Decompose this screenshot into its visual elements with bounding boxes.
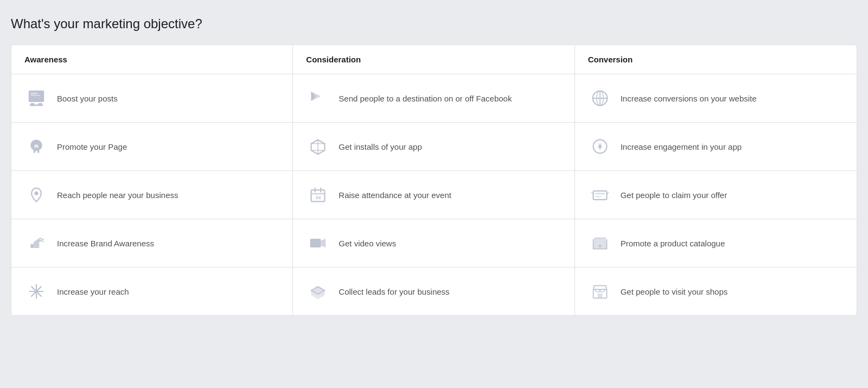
svg-rect-22 [595,196,601,198]
increase-conversions-icon [588,86,612,110]
svg-rect-3 [30,105,43,106]
increase-reach-cell[interactable]: Increase your reach [11,268,293,315]
svg-rect-5 [30,95,40,96]
table-row: Increase Brand Awareness Get video views [11,219,857,268]
objective-table: Awareness Consideration Conversion Boost [11,44,857,316]
table-row: Reach people near your business 34 Raise… [11,171,857,219]
svg-rect-24 [310,239,321,247]
collect-leads-icon [306,279,330,303]
collect-leads-cell[interactable]: Collect leads for your business [293,268,575,315]
reach-near-cell[interactable]: Reach people near your business [11,171,293,219]
promote-page-label: Promote your Page [57,141,127,152]
header-conversion: Conversion [575,45,857,74]
video-views-cell[interactable]: Get video views [293,219,575,267]
get-installs-label: Get installs of your app [339,141,422,152]
svg-rect-20 [593,191,607,200]
boost-your-posts-cell[interactable]: Boost your posts [11,74,293,122]
boost-your-posts-label: Boost your posts [57,93,118,104]
increase-reach-label: Increase your reach [57,286,129,297]
promote-page-cell[interactable]: Promote your Page [11,123,293,170]
brand-awareness-icon [24,231,48,255]
video-views-label: Get video views [339,238,396,249]
get-installs-cell[interactable]: Get installs of your app [293,123,575,170]
page-title: What's your marketing objective? [11,16,857,31]
product-catalogue-icon [588,231,612,255]
brand-awareness-label: Increase Brand Awareness [57,238,154,249]
raise-attendance-icon: 34 [306,183,330,207]
svg-rect-0 [29,91,44,102]
header-consideration: Consideration [293,45,575,74]
increase-conversions-cell[interactable]: Increase conversions on your website [575,74,857,122]
svg-rect-4 [30,93,37,94]
promote-page-icon [24,135,48,158]
visit-shops-label: Get people to visit your shops [621,286,728,297]
video-views-icon [306,231,330,255]
svg-point-27 [598,245,601,247]
visit-shops-icon [588,279,612,303]
send-people-cell[interactable]: Send people to a destination on or off F… [293,74,575,122]
increase-conversions-label: Increase conversions on your website [621,93,757,104]
engagement-app-icon [588,135,612,158]
send-people-label: Send people to a destination on or off F… [339,93,512,104]
table-row: Boost your posts Send people to a destin… [11,74,857,123]
svg-point-32 [35,290,37,292]
raise-attendance-label: Raise attendance at your event [339,189,451,201]
table-header: Awareness Consideration Conversion [11,45,857,74]
svg-point-14 [34,192,38,195]
table-row: Promote your Page Get installs of your a… [11,123,857,171]
product-catalogue-label: Promote a product catalogue [621,238,725,249]
header-awareness: Awareness [11,45,293,74]
raise-attendance-cell[interactable]: 34 Raise attendance at your event [293,171,575,219]
table-body: Boost your posts Send people to a destin… [11,74,857,315]
visit-shops-cell[interactable]: Get people to visit your shops [575,268,857,315]
svg-marker-25 [321,239,326,247]
engagement-app-label: Increase engagement in your app [621,141,742,152]
svg-rect-21 [595,193,605,194]
boost-posts-icon [24,86,48,110]
claim-offer-label: Get people to claim your offer [621,189,727,201]
reach-near-icon [24,183,48,207]
claim-offer-cell[interactable]: Get people to claim your offer [575,171,857,219]
product-catalogue-cell[interactable]: Promote a product catalogue [575,219,857,267]
increase-reach-icon [24,279,48,303]
reach-near-label: Reach people near your business [57,189,178,201]
svg-marker-7 [311,92,321,101]
svg-rect-37 [597,294,602,298]
svg-point-23 [39,238,41,241]
svg-text:34: 34 [316,195,321,200]
send-people-icon [306,86,330,110]
collect-leads-label: Collect leads for your business [339,286,449,297]
claim-offer-icon [588,183,612,207]
brand-awareness-cell[interactable]: Increase Brand Awareness [11,219,293,267]
get-installs-icon [306,135,330,158]
table-row: Increase your reach Collect leads for yo… [11,268,857,315]
svg-point-13 [598,145,601,148]
engagement-app-cell[interactable]: Increase engagement in your app [575,123,857,170]
